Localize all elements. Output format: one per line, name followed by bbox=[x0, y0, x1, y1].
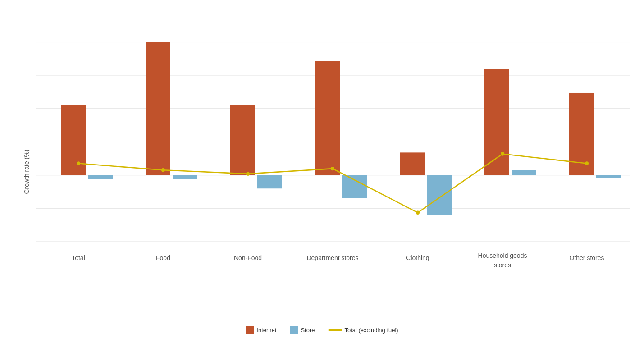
chart-svg: 125 100 75 50 25 0 -25 -50 Total bbox=[36, 9, 630, 289]
legend-total-swatch bbox=[328, 329, 342, 331]
svg-text:stores: stores bbox=[494, 261, 511, 268]
bar-dept-store bbox=[342, 175, 367, 198]
bar-total-internet bbox=[61, 105, 86, 175]
legend-internet: Internet bbox=[246, 326, 276, 334]
svg-text:Food: Food bbox=[156, 254, 170, 261]
svg-text:Department stores: Department stores bbox=[306, 254, 358, 261]
total-dot-7 bbox=[585, 161, 589, 165]
legend-store-label: Store bbox=[301, 327, 315, 334]
svg-text:Clothing: Clothing bbox=[406, 254, 429, 261]
legend-total-label: Total (excluding fuel) bbox=[344, 327, 398, 334]
total-dot-6 bbox=[501, 152, 504, 155]
total-dot-3 bbox=[246, 172, 250, 175]
chart-container: Growth rate (%) bbox=[0, 0, 644, 343]
legend-total: Total (excluding fuel) bbox=[328, 327, 398, 334]
legend-internet-label: Internet bbox=[256, 327, 276, 334]
bar-clothing-internet bbox=[400, 152, 425, 175]
bar-household-internet bbox=[484, 69, 509, 175]
chart-area: 125 100 75 50 25 0 -25 -50 Total bbox=[36, 9, 630, 289]
bar-nonfood-store bbox=[257, 175, 282, 188]
bar-clothing-store bbox=[427, 175, 452, 215]
legend-internet-swatch bbox=[246, 326, 254, 334]
bar-total-store bbox=[88, 175, 113, 179]
chart-legend: Internet Store Total (excluding fuel) bbox=[246, 326, 398, 334]
bar-dept-internet bbox=[315, 61, 340, 175]
total-dot-4 bbox=[331, 167, 334, 170]
bar-food-store bbox=[173, 175, 197, 179]
bar-other-store bbox=[596, 175, 621, 178]
svg-text:Household goods: Household goods bbox=[478, 252, 527, 259]
total-dot-1 bbox=[77, 161, 80, 165]
svg-text:Other stores: Other stores bbox=[570, 254, 604, 261]
svg-text:Non-Food: Non-Food bbox=[234, 254, 262, 261]
bar-food-internet bbox=[146, 42, 170, 175]
bar-household-store bbox=[512, 170, 536, 175]
bar-nonfood-internet bbox=[230, 105, 255, 175]
svg-text:Total: Total bbox=[72, 254, 85, 261]
legend-store: Store bbox=[290, 326, 315, 334]
total-dot-2 bbox=[161, 168, 165, 172]
y-axis-label: Growth rate (%) bbox=[23, 149, 30, 194]
total-dot-5 bbox=[416, 211, 420, 215]
legend-store-swatch bbox=[290, 326, 298, 334]
